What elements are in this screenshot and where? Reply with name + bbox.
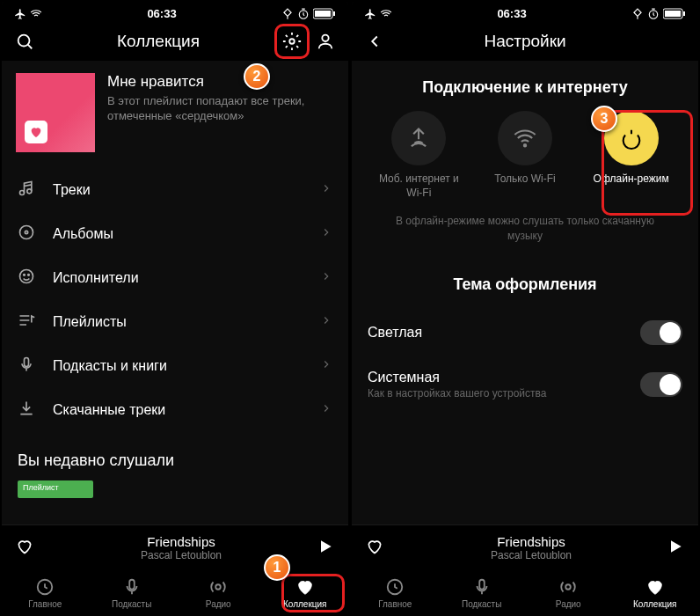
chevron-right-icon (320, 226, 332, 242)
back-icon[interactable] (364, 31, 385, 52)
menu-artists[interactable]: Исполнители (2, 256, 348, 300)
chevron-right-icon (320, 182, 332, 198)
liked-cover (16, 73, 95, 152)
tab-home[interactable]: Главное (14, 577, 76, 609)
chevron-right-icon (320, 314, 332, 330)
tab-collection[interactable]: Коллекция (274, 577, 336, 609)
tab-bar: Главное Подкасты Радио Коллекция (2, 570, 348, 614)
tab-podcasts[interactable]: Подкасты (101, 577, 163, 609)
svg-rect-24 (479, 580, 485, 590)
play-icon[interactable] (317, 538, 334, 559)
marker-1: 1 (264, 554, 290, 581)
svg-point-10 (25, 231, 27, 233)
mini-player[interactable]: FriendshipsPascal Letoublon (2, 524, 348, 570)
conn-mobile-wifi[interactable]: Моб. интернет и Wi-Fi (370, 111, 467, 200)
toggle-light[interactable] (640, 320, 682, 345)
svg-rect-2 (315, 11, 331, 17)
svg-rect-20 (665, 11, 681, 17)
status-time: 06:33 (497, 7, 526, 20)
tab-radio[interactable]: Радио (537, 577, 599, 609)
mini-player[interactable]: FriendshipsPascal Letoublon (352, 524, 698, 570)
svg-rect-3 (333, 11, 335, 16)
screen-settings: 06:33 Настройки Подключение к интернету … (352, 2, 698, 614)
svg-point-25 (566, 584, 572, 590)
svg-point-22 (524, 144, 526, 146)
connection-hint: В офлайн-режиме можно слушать только ска… (352, 209, 698, 258)
screen-collection: 06:33 Коллекция 2 Мне нравится В этот пл… (2, 2, 348, 614)
svg-point-7 (20, 191, 25, 195)
liked-subtitle: В этот плейлист попадают все треки, отме… (107, 94, 334, 124)
svg-rect-21 (683, 11, 685, 16)
svg-point-11 (20, 270, 33, 283)
menu-playlists[interactable]: Плейлисты (2, 300, 348, 344)
svg-rect-14 (25, 358, 29, 367)
heart-icon[interactable] (16, 538, 33, 559)
tab-radio[interactable]: Радио (187, 577, 249, 609)
player-track: Friendships (396, 534, 667, 549)
chevron-right-icon (320, 270, 332, 286)
menu-podcasts[interactable]: Подкасты и книги (2, 344, 348, 388)
menu-tracks[interactable]: Треки (2, 168, 348, 212)
page-title: Коллекция (35, 32, 281, 51)
play-icon[interactable] (667, 538, 684, 559)
tab-bar: Главное Подкасты Радио Коллекция (352, 570, 698, 614)
svg-point-13 (28, 275, 30, 276)
status-bar: 06:33 (352, 2, 698, 22)
svg-point-12 (24, 275, 26, 276)
liked-playlist[interactable]: Мне нравится В этот плейлист попадают вс… (2, 61, 348, 161)
status-time: 06:33 (147, 7, 176, 20)
header: Коллекция (2, 22, 348, 61)
connection-options: Моб. интернет и Wi-Fi Только Wi-Fi Офлай… (352, 111, 698, 209)
theme-system-row: СистемнаяКак в настройках вашего устройс… (352, 357, 698, 412)
gear-icon[interactable] (281, 31, 303, 52)
svg-point-9 (20, 226, 33, 239)
section-theme: Тема оформления (352, 258, 698, 308)
tab-collection[interactable]: Коллекция (624, 577, 686, 609)
svg-point-17 (216, 584, 222, 590)
profile-icon[interactable] (315, 31, 336, 52)
heart-icon[interactable] (366, 538, 383, 559)
toggle-system[interactable] (640, 372, 682, 397)
liked-title: Мне нравится (107, 73, 334, 91)
conn-wifi-only[interactable]: Только Wi-Fi (477, 111, 573, 200)
svg-point-6 (322, 35, 328, 41)
menu-downloads[interactable]: Скачанные треки (2, 388, 348, 432)
theme-light-row: Светлая (352, 308, 698, 357)
player-artist: Pascal Letoublon (396, 549, 667, 561)
status-bar: 06:33 (2, 2, 348, 22)
section-connection: Подключение к интернету (352, 61, 698, 111)
svg-point-8 (27, 189, 32, 194)
chevron-right-icon (320, 358, 332, 374)
svg-point-4 (18, 35, 30, 47)
search-icon[interactable] (14, 31, 35, 52)
menu-list: Треки Альбомы Исполнители Плейлисты Подк… (2, 161, 348, 439)
svg-rect-16 (129, 580, 135, 590)
tab-home[interactable]: Главное (364, 577, 426, 609)
menu-albums[interactable]: Альбомы (2, 212, 348, 256)
playlist-chip[interactable]: Плейлист (18, 480, 93, 498)
chevron-right-icon (320, 402, 332, 418)
marker-2: 2 (244, 63, 270, 90)
header: Настройки (352, 22, 698, 61)
recent-heading: Вы недавно слушали (2, 439, 348, 475)
player-track: Friendships (46, 534, 317, 549)
marker-3: 3 (591, 106, 617, 132)
svg-point-5 (289, 39, 295, 44)
tab-podcasts[interactable]: Подкасты (451, 577, 513, 609)
page-title: Настройки (385, 32, 665, 51)
